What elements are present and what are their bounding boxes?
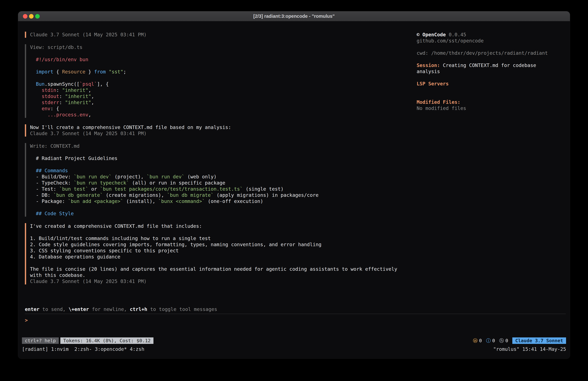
traffic-lights <box>23 11 40 21</box>
zoom-button[interactable] <box>35 14 40 19</box>
message-meta: Claude 3.7 Sonnet (14 May 2025 03:41 PM) <box>30 32 417 38</box>
prompt-symbol: > <box>25 317 28 323</box>
text-line: stdin: "inherit", <box>30 87 417 93</box>
info-count: 0 <box>492 337 495 344</box>
text-line: enter to send, \+enter for newline, ctrl… <box>25 306 566 312</box>
help-shortcut-chip[interactable]: ctrl+? help <box>22 337 59 344</box>
diagnostic-warnings: Ⓦ0 <box>473 337 482 344</box>
text-line: # Radiant Project Guidelines <box>30 155 417 161</box>
text-line <box>417 93 559 99</box>
text-line <box>417 56 559 62</box>
text-line: cwd: /home/thdxr/dev/projects/radiant/ra… <box>417 50 559 56</box>
text-line <box>417 75 559 81</box>
tmux-session-info: "romulus" 15:41 14-May-25 <box>493 346 566 352</box>
content-columns: Claude 3.7 Sonnet (14 May 2025 03:41 PM)… <box>18 32 570 291</box>
tmux-status-bar: [radiant] 1:nvim 2:zsh- 3:opencode* 4:zs… <box>18 346 570 352</box>
text-line: ...process.env, <box>30 112 417 118</box>
info-sidebar: © OpenCode 0.0.45github.com/sst/opencode… <box>417 32 570 112</box>
opencode-tui: Claude 3.7 Sonnet (14 May 2025 03:41 PM)… <box>18 21 570 359</box>
text-line: #!/usr/bin/env bun <box>30 57 417 63</box>
text-line: stderr: "inherit", <box>30 99 417 106</box>
text-line: github.com/sst/opencode <box>417 38 559 44</box>
terminal-window: [2/3] radiant:3:opencode - "romulus" Cla… <box>18 11 570 359</box>
text-line: - Build/Dev: `bun run dev` (project), `b… <box>30 174 417 180</box>
chat-area: Claude 3.7 Sonnet (14 May 2025 03:41 PM)… <box>18 32 417 291</box>
window-titlebar: [2/3] radiant:3:opencode - "romulus" <box>18 11 570 21</box>
text-line: ## Code Style <box>30 210 417 217</box>
prompt-input[interactable]: > <box>25 317 566 323</box>
minimize-button[interactable] <box>29 14 34 19</box>
text-line <box>30 161 417 168</box>
diagnostic-info: ⓘ0 <box>486 337 495 344</box>
warning-count: 0 <box>479 337 482 344</box>
text-line: © OpenCode 0.0.45 <box>417 32 559 38</box>
assistant-message-header: Claude 3.7 Sonnet (14 May 2025 03:41 PM) <box>25 32 417 38</box>
tool-view-block: View: script/db.ts #!/usr/bin/env bun im… <box>25 44 417 118</box>
diagnostic-hints: ⓗ0 <box>499 337 508 344</box>
text-line: stdout: "inherit", <box>30 93 417 99</box>
text-line: import { Resource } from "sst"; <box>30 69 417 75</box>
text-line: ## Commands <box>30 168 417 174</box>
text-line: - Test: `bun test` or `bun test packages… <box>30 186 417 192</box>
text-line: No modified files <box>417 105 559 112</box>
text-line: LSP Servers <box>417 81 559 87</box>
info-icon: ⓘ <box>486 337 491 344</box>
text-line <box>417 87 559 93</box>
message-text: Now I'll create a comprehensive CONTEXT.… <box>30 124 417 131</box>
message-meta: Claude 3.7 Sonnet (14 May 2025 03:41 PM) <box>30 278 417 285</box>
text-line <box>30 63 417 69</box>
text-line <box>30 50 417 57</box>
status-bar: ctrl+? help Tokens: 16.4K (8%), Cost: $0… <box>18 337 570 344</box>
close-button[interactable] <box>23 14 27 19</box>
text-line: env: { <box>30 106 417 112</box>
tokens-cost-chip: Tokens: 16.4K (8%), Cost: $0.12 <box>60 337 153 344</box>
text-line <box>30 204 417 210</box>
text-line: - Package: `bun add <package>` (install)… <box>30 198 417 204</box>
text-line <box>30 149 417 155</box>
hint-icon: ⓗ <box>499 337 504 344</box>
message-text: I've created a comprehensive CONTEXT.md … <box>30 223 417 278</box>
status-right: Ⓦ0 ⓘ0 ⓗ0 Claude 3.7 Sonnet <box>473 337 566 344</box>
tool-title: Write: CONTEXT.md <box>30 143 417 149</box>
text-line: Modified Files: <box>417 99 559 105</box>
window-title: [2/3] radiant:3:opencode - "romulus" <box>253 14 335 19</box>
text-line <box>30 75 417 81</box>
input-separator <box>25 314 566 314</box>
message-meta: Claude 3.7 Sonnet (14 May 2025 03:41 PM) <box>30 131 417 136</box>
text-line: Session: Creating CONTEXT.md for codebas… <box>417 62 559 75</box>
code-block: #!/usr/bin/env bun import { Resource } f… <box>30 50 417 118</box>
warning-icon: Ⓦ <box>473 337 478 344</box>
text-line <box>417 44 559 50</box>
status-left: ctrl+? help Tokens: 16.4K (8%), Cost: $0… <box>22 337 153 344</box>
tool-title: View: script/db.ts <box>30 44 417 50</box>
markdown-block: # Radiant Project Guidelines ## Commands… <box>30 149 417 217</box>
keyboard-hints: enter to send, \+enter for newline, ctrl… <box>25 306 566 312</box>
assistant-message-summary: I've created a comprehensive CONTEXT.md … <box>25 223 417 285</box>
text-line: Bun.spawnSync([`psql`], { <box>30 81 417 87</box>
tool-write-block: Write: CONTEXT.md # Radiant Project Guid… <box>25 143 417 217</box>
hint-count: 0 <box>505 337 508 344</box>
assistant-message: Now I'll create a comprehensive CONTEXT.… <box>25 124 417 136</box>
model-badge[interactable]: Claude 3.7 Sonnet <box>512 337 566 344</box>
text-line: - TypeCheck: `bun run typecheck` (all) o… <box>30 180 417 186</box>
input-empty-space[interactable] <box>18 323 570 337</box>
text-line: - DB: `bun db generate` (create migratio… <box>30 192 417 198</box>
input-area: enter to send, \+enter for newline, ctrl… <box>18 306 570 323</box>
tmux-window-list[interactable]: [radiant] 1:nvim 2:zsh- 3:opencode* 4:zs… <box>22 346 145 352</box>
